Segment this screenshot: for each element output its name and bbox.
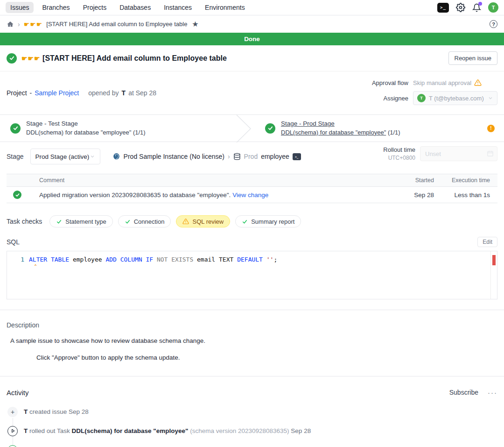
stage-title: Stage - Test Stage: [26, 119, 146, 128]
main-nav: IssuesBranchesProjectsDatabasesInstances…: [6, 2, 250, 13]
assignee-label: Assignee: [372, 95, 408, 102]
play-icon: [7, 426, 18, 436]
warning-triangle-icon: [182, 218, 189, 225]
table-row[interactable]: Applied migration version 20230928083635…: [7, 187, 497, 203]
opened-at: at Sep 28: [128, 89, 156, 97]
stage-prod[interactable]: Stage - Prod Stage DDL(schema) for datab…: [252, 115, 504, 142]
instance-name[interactable]: Prod Sample Instance (No license): [124, 153, 224, 160]
assignee-select[interactable]: T T (t@bytebase.com): [413, 91, 497, 105]
view-change-link[interactable]: View change: [232, 192, 268, 199]
page-title: ☛☛☛ [START HERE] Add email column to Emp…: [21, 54, 227, 63]
check-icon: [125, 219, 131, 225]
activity-item: T rolled out Task DDL(schema) for databa…: [7, 426, 497, 436]
sql-terminal-icon[interactable]: >_: [437, 3, 449, 13]
nav-item-instances[interactable]: Instances: [159, 2, 196, 13]
edit-sql-button[interactable]: Edit: [477, 237, 497, 247]
dash: -: [30, 89, 32, 97]
approval-flow-label: Approval flow: [372, 79, 408, 86]
timezone-label: UTC+0800: [383, 154, 415, 162]
task-check-summary-report[interactable]: Summary report: [235, 215, 301, 227]
activity-item: Task DDL(schema) for database "employee"…: [7, 445, 497, 447]
check-icon: [7, 445, 18, 447]
gear-icon[interactable]: [456, 3, 465, 12]
description-label: Description: [7, 321, 497, 329]
code-line: 1 ALTER TABLE employee ADD COLUMN IF NOT…: [7, 251, 497, 263]
chevron-down-icon: [488, 95, 493, 101]
stage-subtitle[interactable]: DDL(schema) for database "employee" (1/1…: [281, 128, 400, 137]
calendar-icon: [487, 150, 494, 157]
pointing-emoji: ☛☛☛: [24, 21, 43, 28]
nav-item-projects[interactable]: Projects: [78, 2, 112, 13]
database-path: Prod Sample Instance (No license) › Prod…: [112, 153, 301, 161]
breadcrumb: › ☛☛☛ [START HERE] Add email column to E…: [0, 15, 504, 33]
task-checks-label: Task checks: [7, 218, 42, 225]
avatar[interactable]: T: [488, 2, 498, 13]
task-started: Sep 28: [409, 192, 441, 199]
project-link[interactable]: Sample Project: [35, 89, 79, 97]
database-name[interactable]: employee: [261, 153, 289, 160]
stage-separator: [236, 115, 252, 142]
pointing-emoji: ☛☛☛: [21, 55, 41, 62]
activity-label: Activity: [7, 389, 29, 397]
stage-test[interactable]: Stage - Test Stage DDL(schema) for datab…: [0, 115, 252, 142]
assignee-avatar: T: [417, 94, 426, 102]
activity-text: T rolled out Task DDL(schema) for databa…: [24, 427, 311, 434]
stage-alert-icon[interactable]: !: [487, 125, 495, 132]
activity-item: +T created issue Sep 28: [7, 407, 497, 417]
sql-error-marker: [492, 255, 496, 265]
breadcrumb-title: [START HERE] Add email column to Employe…: [46, 21, 187, 28]
success-check-icon: [13, 191, 21, 199]
subscribe-button[interactable]: Subscribe: [449, 389, 478, 396]
task-check-label: Connection: [134, 218, 165, 225]
task-check-label: Statement type: [65, 218, 106, 225]
task-execution-time: Less than 1s: [441, 192, 497, 199]
chevron-right-icon: ›: [228, 153, 230, 160]
task-check-sql-review[interactable]: SQL review: [176, 215, 230, 227]
stage-check-icon: [10, 123, 21, 134]
task-check-statement-type[interactable]: Statement type: [49, 215, 112, 227]
sql-label: SQL: [7, 238, 20, 246]
opened-by-user: T: [122, 89, 126, 97]
approval-flow-value: Skip manual approval: [413, 79, 471, 86]
more-options-icon[interactable]: ···: [488, 389, 497, 397]
bell-icon[interactable]: [472, 3, 481, 12]
assignee-value: T (t@bytebase.com): [429, 95, 484, 102]
sql-section-header: SQL Edit: [7, 237, 497, 247]
nav-item-environments[interactable]: Environments: [200, 2, 250, 13]
col-started: Started: [409, 177, 441, 184]
home-icon[interactable]: [7, 21, 14, 28]
rollout-time-label: Rollout time: [383, 146, 415, 154]
task-check-label: Summary report: [251, 218, 294, 225]
warning-triangle-icon[interactable]: [474, 79, 482, 86]
reopen-issue-button[interactable]: Reopen issue: [448, 51, 498, 65]
help-icon[interactable]: ?: [490, 20, 497, 28]
sql-editor[interactable]: 1 ALTER TABLE employee ADD COLUMN IF NOT…: [7, 251, 497, 299]
stage-label: Stage: [7, 153, 24, 160]
plus-icon: +: [7, 407, 18, 417]
stage-select[interactable]: Prod Stage (active): [30, 149, 100, 164]
project-label: Project: [7, 89, 27, 97]
sql-warning-marker: ⌃: [34, 263, 37, 269]
stage-title[interactable]: Stage - Prod Stage: [281, 119, 400, 128]
task-check-connection[interactable]: Connection: [118, 215, 171, 227]
issue-meta: Project - Sample Project opened by T at …: [0, 71, 504, 114]
open-sql-editor-icon[interactable]: >_: [293, 153, 301, 160]
task-checks: Task checks Statement typeConnectionSQL …: [7, 215, 497, 227]
nav-item-branches[interactable]: Branches: [37, 2, 74, 13]
notification-dot: [478, 2, 482, 6]
database-icon: [233, 153, 241, 160]
issue-title-row: ☛☛☛ [START HERE] Add email column to Emp…: [0, 45, 504, 71]
postgres-icon: [112, 153, 120, 161]
activity-text: T created issue Sep 28: [24, 408, 89, 415]
check-icon: [242, 219, 248, 225]
nav-item-databases[interactable]: Databases: [115, 2, 155, 13]
nav-item-issues[interactable]: Issues: [6, 2, 34, 13]
star-icon[interactable]: ★: [192, 20, 198, 28]
chevron-down-icon: [90, 154, 95, 159]
task-comment: Applied migration version 20230928083635…: [39, 192, 409, 199]
table-header: Comment Started Execution time: [7, 174, 497, 187]
stage-bar: Stage Prod Stage (active) Prod Sample In…: [0, 142, 504, 167]
rollout-time-input[interactable]: [420, 146, 497, 161]
description-section: Description A sample issue to showcase h…: [0, 310, 504, 363]
top-nav: IssuesBranchesProjectsDatabasesInstances…: [0, 0, 504, 15]
